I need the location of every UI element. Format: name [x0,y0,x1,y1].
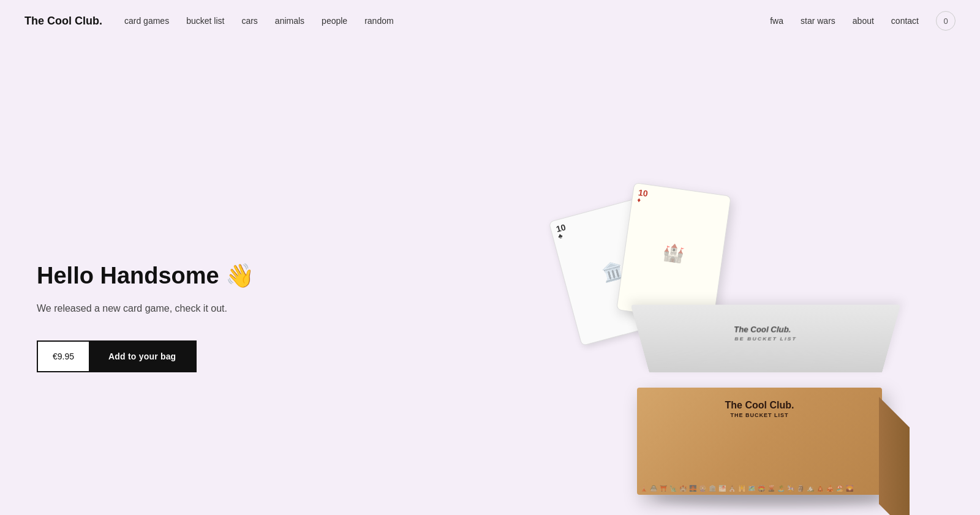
nav-item-star-wars[interactable]: star wars [801,15,835,26]
nav-item-bucket-list[interactable]: bucket list [186,15,224,26]
cta-container: €9.95 Add to your bag [37,340,197,372]
box-label: The Cool Club. The Bucket List [725,400,794,418]
product-box: The Cool Club. BE BUCKET LIST The Cool C… [637,354,894,495]
hero-image: 10 🏛️ 🏰 10 The Cool Club. BE BUCKET LIST… [514,72,980,513]
nav-item-random[interactable]: random [364,15,393,26]
nav-right: fwa star wars about contact 0 [770,11,956,31]
nav-links-left: card games bucket list cars animals peop… [124,15,394,26]
nav-links-right: fwa star wars about contact [770,15,919,26]
nav-item-fwa[interactable]: fwa [770,15,783,26]
nav-item-about[interactable]: about [853,15,874,26]
navigation: The Cool Club. card games bucket list ca… [0,0,980,42]
nav-item-people[interactable]: people [322,15,347,26]
hero-content: Hello Handsome 👋 We released a new card … [37,225,254,372]
nav-item-cars[interactable]: cars [241,15,257,26]
cart-button[interactable]: 0 [936,11,956,31]
box-side [879,397,910,515]
playing-card-2: 🏰 10 [616,182,731,323]
box-body: The Cool Club. The Bucket List 🗼 🏯 ⛩️ 🗽 … [637,388,882,495]
box-flap: The Cool Club. BE BUCKET LIST [631,305,901,372]
nav-left: The Cool Club. card games bucket list ca… [24,15,394,28]
hero-subtitle: We released a new card game, check it ou… [37,301,254,316]
logo[interactable]: The Cool Club. [24,15,102,28]
box-brand-text: The Cool Club. [725,400,794,411]
price-display: €9.95 [38,342,89,371]
add-to-bag-button[interactable]: Add to your bag [89,342,195,371]
hero-section: Hello Handsome 👋 We released a new card … [0,42,980,515]
nav-item-card-games[interactable]: card games [124,15,169,26]
nav-item-contact[interactable]: contact [891,15,919,26]
hero-title: Hello Handsome 👋 [37,262,254,290]
box-flap-text: The Cool Club. BE BUCKET LIST [734,325,798,342]
nav-item-animals[interactable]: animals [275,15,304,26]
box-pattern-icons: 🗼 🏯 ⛩️ 🗽 🏰 🌉 🎡 🏛️ 🌁 ⛪ 🕌 🗺️ 🏟️ 🌋 🏝️ 🎠 [640,485,879,492]
card2-art: 🏰 [662,241,685,265]
box-sub-text: The Bucket List [725,412,794,418]
